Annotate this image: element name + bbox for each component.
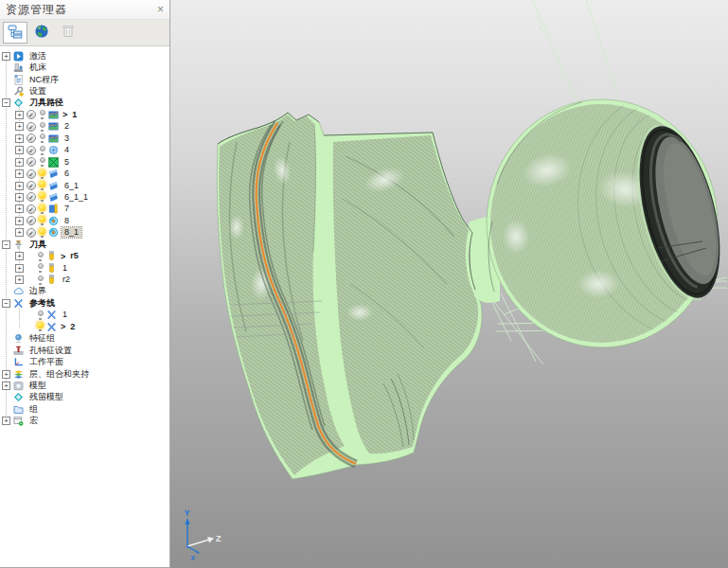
collapse-expander[interactable]: − xyxy=(2,299,10,308)
tree-row-stock-models[interactable]: 残留模型 xyxy=(0,392,169,403)
tree-row-feature-groups[interactable]: 特征组 xyxy=(0,333,169,345)
expand-expander[interactable]: + xyxy=(15,252,24,260)
bulb-off-icon[interactable] xyxy=(38,133,46,143)
expand-expander[interactable]: + xyxy=(2,382,10,390)
tree-row-activate[interactable]: +激活 xyxy=(0,50,169,62)
tree-row-nc-programs[interactable]: NC程序 xyxy=(0,74,169,85)
viewport-3d[interactable]: Y Z X xyxy=(170,0,728,568)
tree-row-label: 6 xyxy=(62,169,72,179)
bulb-off-icon[interactable] xyxy=(36,275,44,285)
bulb-off-icon[interactable] xyxy=(38,122,46,132)
bulb-off-icon[interactable] xyxy=(38,146,46,155)
tool-icon xyxy=(46,251,57,261)
tree-row-macros[interactable]: +宏 xyxy=(0,416,169,427)
close-icon[interactable]: × xyxy=(157,4,164,15)
bulb-on-icon[interactable] xyxy=(38,169,46,179)
expand-expander[interactable]: + xyxy=(15,193,24,202)
hierarchy-icon xyxy=(8,25,23,42)
tree-row-pattern-2[interactable]: >2 xyxy=(0,321,169,332)
expand-expander[interactable]: + xyxy=(15,217,24,225)
tree-row-tool-r2[interactable]: +r2 xyxy=(0,274,169,285)
tree-row-models[interactable]: +模型 xyxy=(0,380,169,391)
expand-expander[interactable]: + xyxy=(15,111,24,119)
tree-row-toolpath-8_1[interactable]: +✓8_1 xyxy=(0,227,169,239)
raster-icon xyxy=(48,121,59,132)
expand-expander[interactable]: + xyxy=(15,275,24,284)
check-icon[interactable]: ✓ xyxy=(27,110,36,119)
tree-row-toolpath-1[interactable]: +✓>1 xyxy=(0,109,169,120)
check-icon[interactable]: ✓ xyxy=(27,181,36,190)
boundary-icon xyxy=(13,286,24,296)
expand-expander[interactable]: + xyxy=(2,417,10,425)
expand-expander[interactable]: + xyxy=(2,52,10,61)
expand-expander[interactable]: + xyxy=(15,264,24,273)
tree-row-toolpaths[interactable]: −刀具路径 xyxy=(0,98,169,109)
bulb-on-icon[interactable] xyxy=(38,181,46,190)
bulb-on-icon[interactable] xyxy=(38,192,46,202)
expand-expander[interactable]: + xyxy=(2,370,10,379)
tree-row-toolpath-8[interactable]: +✓8 xyxy=(0,215,169,226)
delete-button[interactable] xyxy=(56,22,80,44)
check-icon[interactable]: ✓ xyxy=(27,228,36,238)
check-icon[interactable]: ✓ xyxy=(27,216,36,225)
diamond-icon xyxy=(13,392,24,402)
expand-expander[interactable]: + xyxy=(15,134,24,143)
collapse-expander[interactable]: − xyxy=(2,240,10,249)
tree-row-tool-r5[interactable]: +>r5 xyxy=(0,250,169,261)
check-icon[interactable]: ✓ xyxy=(27,169,36,179)
tree-row-toolpath-6_1_1[interactable]: +✓6_1_1 xyxy=(0,191,169,203)
expand-expander[interactable]: + xyxy=(15,228,24,237)
expand-expander[interactable]: + xyxy=(15,204,24,213)
tree-row-tool-1[interactable]: +1 xyxy=(0,262,169,274)
tree-row-label: 6_1 xyxy=(62,181,81,191)
model-icon xyxy=(13,381,24,391)
toolholder-icon xyxy=(13,240,24,250)
swarf-icon xyxy=(48,181,59,191)
tree-row-toolpath-6[interactable]: +✓6 xyxy=(0,168,169,179)
check-icon[interactable]: ✓ xyxy=(27,192,36,202)
tree-row-toolpath-6_1[interactable]: +✓6_1 xyxy=(0,180,169,191)
expand-expander[interactable]: + xyxy=(15,169,24,178)
tree-row-groups[interactable]: 组 xyxy=(0,403,169,415)
tree-row-tools[interactable]: −刀具 xyxy=(0,239,169,250)
tree-row-label: 宏 xyxy=(27,416,41,426)
bulb-off-icon[interactable] xyxy=(36,252,44,261)
tree-row-levels-sets-clamps[interactable]: +层、组合和夹持 xyxy=(0,368,169,380)
tree-row-patterns[interactable]: −参考线 xyxy=(0,297,169,309)
tree-row-toolpath-4[interactable]: +✓4 xyxy=(0,145,169,156)
tree-row-hole-feature-settings[interactable]: 孔特征设置 xyxy=(0,345,169,356)
tree-row-label: 模型 xyxy=(27,381,49,391)
tree-row-boundaries[interactable]: 边界 xyxy=(0,286,169,297)
bulb-off-icon[interactable] xyxy=(38,157,46,167)
explorer-toggle-button[interactable] xyxy=(3,22,27,44)
bulb-off-icon[interactable] xyxy=(36,263,44,273)
check-icon[interactable]: ✓ xyxy=(27,122,36,132)
tree-row-pattern-1[interactable]: 1 xyxy=(0,310,169,321)
expand-expander[interactable]: + xyxy=(15,182,24,190)
tree-row-toolpath-7[interactable]: +✓7 xyxy=(0,204,169,215)
tree-row-toolpath-3[interactable]: +✓3 xyxy=(0,133,169,144)
check-icon[interactable]: ✓ xyxy=(27,133,36,143)
tree-row-settings[interactable]: 设置 xyxy=(0,85,169,97)
check-icon[interactable]: ✓ xyxy=(27,204,36,214)
bulb-on-icon[interactable] xyxy=(38,216,46,225)
expand-expander[interactable]: + xyxy=(15,146,24,154)
bulb-off-icon[interactable] xyxy=(36,311,44,320)
check-icon[interactable]: ✓ xyxy=(27,157,36,167)
tree-row-workplanes[interactable]: 工作平面 xyxy=(0,356,169,367)
bulb-off-icon[interactable] xyxy=(38,110,46,119)
bulb-on-icon[interactable] xyxy=(38,204,46,214)
panel-header: 资源管理器 × xyxy=(0,0,169,20)
tree-row-toolpath-2[interactable]: +✓2 xyxy=(0,121,169,133)
tree-row-machine-tool[interactable]: 机床 xyxy=(0,62,169,73)
expand-expander[interactable]: + xyxy=(15,158,24,167)
expand-expander[interactable]: + xyxy=(15,122,24,131)
tree-row-toolpath-5[interactable]: +✓5 xyxy=(0,156,169,168)
swarf-icon xyxy=(48,192,59,203)
axis-y-label: Y xyxy=(185,508,190,518)
web-button[interactable] xyxy=(29,22,54,44)
bulb-on-icon[interactable] xyxy=(38,228,46,238)
bulb-on-icon[interactable] xyxy=(36,322,44,331)
collapse-expander[interactable]: − xyxy=(2,98,10,107)
check-icon[interactable]: ✓ xyxy=(27,146,36,155)
